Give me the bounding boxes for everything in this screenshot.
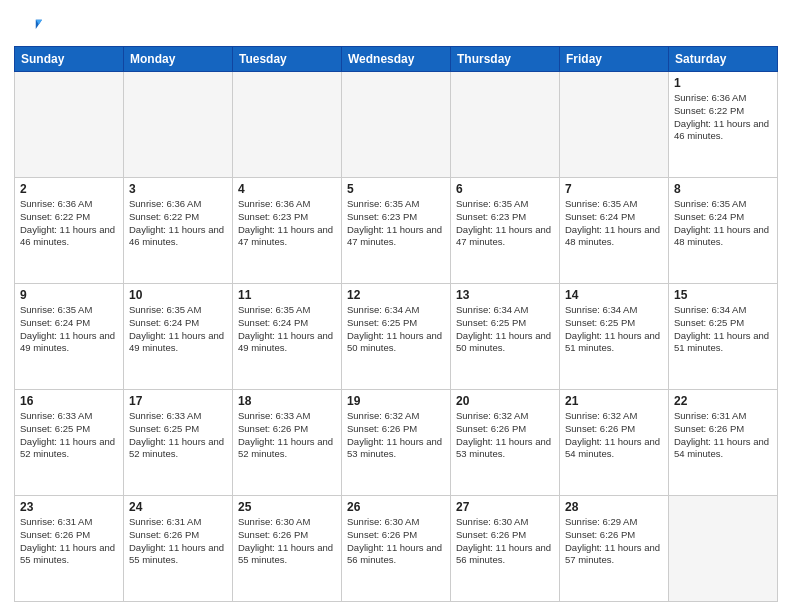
day-info: Sunrise: 6:35 AM Sunset: 6:24 PM Dayligh… (238, 304, 336, 355)
day-info: Sunrise: 6:35 AM Sunset: 6:24 PM Dayligh… (129, 304, 227, 355)
day-number: 5 (347, 182, 445, 196)
day-number: 8 (674, 182, 772, 196)
calendar-header-tuesday: Tuesday (233, 47, 342, 72)
day-number: 3 (129, 182, 227, 196)
calendar-week-1: 2Sunrise: 6:36 AM Sunset: 6:22 PM Daylig… (15, 178, 778, 284)
day-number: 10 (129, 288, 227, 302)
day-info: Sunrise: 6:33 AM Sunset: 6:26 PM Dayligh… (238, 410, 336, 461)
calendar-cell: 8Sunrise: 6:35 AM Sunset: 6:24 PM Daylig… (669, 178, 778, 284)
day-info: Sunrise: 6:36 AM Sunset: 6:23 PM Dayligh… (238, 198, 336, 249)
calendar-cell: 20Sunrise: 6:32 AM Sunset: 6:26 PM Dayli… (451, 390, 560, 496)
calendar-cell: 7Sunrise: 6:35 AM Sunset: 6:24 PM Daylig… (560, 178, 669, 284)
day-number: 13 (456, 288, 554, 302)
logo (14, 12, 46, 40)
day-number: 4 (238, 182, 336, 196)
calendar-cell: 13Sunrise: 6:34 AM Sunset: 6:25 PM Dayli… (451, 284, 560, 390)
day-info: Sunrise: 6:29 AM Sunset: 6:26 PM Dayligh… (565, 516, 663, 567)
day-number: 17 (129, 394, 227, 408)
day-info: Sunrise: 6:32 AM Sunset: 6:26 PM Dayligh… (565, 410, 663, 461)
calendar-cell: 25Sunrise: 6:30 AM Sunset: 6:26 PM Dayli… (233, 496, 342, 602)
day-number: 19 (347, 394, 445, 408)
day-info: Sunrise: 6:36 AM Sunset: 6:22 PM Dayligh… (20, 198, 118, 249)
calendar-cell (233, 72, 342, 178)
calendar-cell (15, 72, 124, 178)
day-info: Sunrise: 6:30 AM Sunset: 6:26 PM Dayligh… (238, 516, 336, 567)
calendar-cell (124, 72, 233, 178)
calendar-cell: 21Sunrise: 6:32 AM Sunset: 6:26 PM Dayli… (560, 390, 669, 496)
day-info: Sunrise: 6:35 AM Sunset: 6:24 PM Dayligh… (674, 198, 772, 249)
calendar-cell: 10Sunrise: 6:35 AM Sunset: 6:24 PM Dayli… (124, 284, 233, 390)
page: SundayMondayTuesdayWednesdayThursdayFrid… (0, 0, 792, 612)
calendar-week-4: 23Sunrise: 6:31 AM Sunset: 6:26 PM Dayli… (15, 496, 778, 602)
calendar-cell: 1Sunrise: 6:36 AM Sunset: 6:22 PM Daylig… (669, 72, 778, 178)
day-number: 11 (238, 288, 336, 302)
calendar-cell: 22Sunrise: 6:31 AM Sunset: 6:26 PM Dayli… (669, 390, 778, 496)
day-number: 23 (20, 500, 118, 514)
logo-icon (14, 12, 42, 40)
day-number: 24 (129, 500, 227, 514)
day-info: Sunrise: 6:34 AM Sunset: 6:25 PM Dayligh… (347, 304, 445, 355)
day-number: 20 (456, 394, 554, 408)
header (14, 12, 778, 40)
day-number: 27 (456, 500, 554, 514)
day-info: Sunrise: 6:34 AM Sunset: 6:25 PM Dayligh… (456, 304, 554, 355)
calendar-header-row: SundayMondayTuesdayWednesdayThursdayFrid… (15, 47, 778, 72)
day-info: Sunrise: 6:31 AM Sunset: 6:26 PM Dayligh… (129, 516, 227, 567)
day-number: 28 (565, 500, 663, 514)
day-number: 18 (238, 394, 336, 408)
calendar-cell (451, 72, 560, 178)
calendar-cell: 15Sunrise: 6:34 AM Sunset: 6:25 PM Dayli… (669, 284, 778, 390)
calendar: SundayMondayTuesdayWednesdayThursdayFrid… (14, 46, 778, 602)
day-info: Sunrise: 6:34 AM Sunset: 6:25 PM Dayligh… (674, 304, 772, 355)
day-info: Sunrise: 6:32 AM Sunset: 6:26 PM Dayligh… (347, 410, 445, 461)
day-number: 21 (565, 394, 663, 408)
day-info: Sunrise: 6:31 AM Sunset: 6:26 PM Dayligh… (20, 516, 118, 567)
calendar-cell: 17Sunrise: 6:33 AM Sunset: 6:25 PM Dayli… (124, 390, 233, 496)
calendar-cell: 28Sunrise: 6:29 AM Sunset: 6:26 PM Dayli… (560, 496, 669, 602)
calendar-cell: 12Sunrise: 6:34 AM Sunset: 6:25 PM Dayli… (342, 284, 451, 390)
calendar-cell (560, 72, 669, 178)
calendar-cell: 14Sunrise: 6:34 AM Sunset: 6:25 PM Dayli… (560, 284, 669, 390)
calendar-cell: 16Sunrise: 6:33 AM Sunset: 6:25 PM Dayli… (15, 390, 124, 496)
calendar-header-thursday: Thursday (451, 47, 560, 72)
calendar-cell: 24Sunrise: 6:31 AM Sunset: 6:26 PM Dayli… (124, 496, 233, 602)
day-info: Sunrise: 6:36 AM Sunset: 6:22 PM Dayligh… (129, 198, 227, 249)
day-info: Sunrise: 6:35 AM Sunset: 6:24 PM Dayligh… (565, 198, 663, 249)
day-number: 22 (674, 394, 772, 408)
calendar-cell: 3Sunrise: 6:36 AM Sunset: 6:22 PM Daylig… (124, 178, 233, 284)
day-number: 7 (565, 182, 663, 196)
day-number: 2 (20, 182, 118, 196)
day-number: 1 (674, 76, 772, 90)
day-info: Sunrise: 6:33 AM Sunset: 6:25 PM Dayligh… (20, 410, 118, 461)
day-info: Sunrise: 6:30 AM Sunset: 6:26 PM Dayligh… (347, 516, 445, 567)
day-number: 15 (674, 288, 772, 302)
calendar-header-saturday: Saturday (669, 47, 778, 72)
calendar-cell: 5Sunrise: 6:35 AM Sunset: 6:23 PM Daylig… (342, 178, 451, 284)
calendar-cell: 4Sunrise: 6:36 AM Sunset: 6:23 PM Daylig… (233, 178, 342, 284)
calendar-header-monday: Monday (124, 47, 233, 72)
day-info: Sunrise: 6:32 AM Sunset: 6:26 PM Dayligh… (456, 410, 554, 461)
day-info: Sunrise: 6:35 AM Sunset: 6:23 PM Dayligh… (456, 198, 554, 249)
day-number: 16 (20, 394, 118, 408)
day-info: Sunrise: 6:34 AM Sunset: 6:25 PM Dayligh… (565, 304, 663, 355)
day-number: 14 (565, 288, 663, 302)
day-info: Sunrise: 6:30 AM Sunset: 6:26 PM Dayligh… (456, 516, 554, 567)
day-info: Sunrise: 6:31 AM Sunset: 6:26 PM Dayligh… (674, 410, 772, 461)
calendar-cell: 18Sunrise: 6:33 AM Sunset: 6:26 PM Dayli… (233, 390, 342, 496)
calendar-cell: 11Sunrise: 6:35 AM Sunset: 6:24 PM Dayli… (233, 284, 342, 390)
calendar-header-friday: Friday (560, 47, 669, 72)
calendar-cell (342, 72, 451, 178)
calendar-cell: 9Sunrise: 6:35 AM Sunset: 6:24 PM Daylig… (15, 284, 124, 390)
calendar-cell: 26Sunrise: 6:30 AM Sunset: 6:26 PM Dayli… (342, 496, 451, 602)
day-info: Sunrise: 6:35 AM Sunset: 6:24 PM Dayligh… (20, 304, 118, 355)
day-number: 9 (20, 288, 118, 302)
day-info: Sunrise: 6:35 AM Sunset: 6:23 PM Dayligh… (347, 198, 445, 249)
day-info: Sunrise: 6:36 AM Sunset: 6:22 PM Dayligh… (674, 92, 772, 143)
day-number: 6 (456, 182, 554, 196)
day-info: Sunrise: 6:33 AM Sunset: 6:25 PM Dayligh… (129, 410, 227, 461)
calendar-cell (669, 496, 778, 602)
calendar-cell: 19Sunrise: 6:32 AM Sunset: 6:26 PM Dayli… (342, 390, 451, 496)
calendar-week-0: 1Sunrise: 6:36 AM Sunset: 6:22 PM Daylig… (15, 72, 778, 178)
calendar-week-2: 9Sunrise: 6:35 AM Sunset: 6:24 PM Daylig… (15, 284, 778, 390)
day-number: 25 (238, 500, 336, 514)
